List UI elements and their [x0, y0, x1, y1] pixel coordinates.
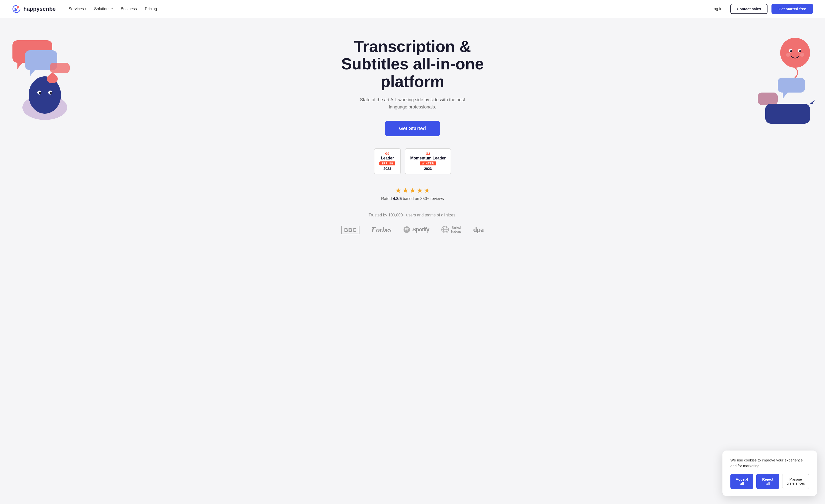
brand-logos: BBC Forbes Spotify [341, 225, 484, 234]
star-4: ★ [417, 186, 423, 194]
g2-leader-badge: G2 Leader SPRING 2023 [374, 148, 401, 174]
spotify-logo: Spotify [403, 226, 429, 233]
nav-solutions[interactable]: Solutions ▾ [91, 5, 116, 13]
svg-point-13 [47, 74, 58, 83]
svg-point-11 [39, 92, 41, 94]
logo-text: happyscribe [23, 6, 56, 12]
svg-point-0 [17, 6, 19, 7]
badge-sub-2: WINTER [420, 161, 436, 165]
svg-marker-26 [810, 99, 815, 104]
cookie-banner: We use cookies to improve your experienc… [723, 450, 817, 496]
svg-point-20 [786, 53, 790, 57]
g2-momentum-badge: G2 Momentum Leader WINTER 2023 [405, 148, 451, 174]
navbar: happyscribe Services ▾ Solutions ▾ Busin… [0, 0, 825, 18]
cookie-message: We use cookies to improve your experienc… [730, 457, 809, 469]
nav-pricing[interactable]: Pricing [142, 5, 160, 13]
svg-point-27 [403, 226, 410, 233]
svg-rect-25 [765, 104, 810, 123]
cookie-buttons: Accept all Reject all Manage preferences [730, 474, 809, 489]
star-1: ★ [395, 186, 401, 194]
united-nations-logo: UnitedNations [441, 226, 461, 234]
svg-point-7 [22, 95, 67, 120]
svg-rect-2 [12, 40, 52, 63]
solutions-chevron-icon: ▾ [111, 7, 113, 10]
nav-links: Services ▾ Solutions ▾ Business Pricing [66, 5, 707, 13]
svg-point-9 [38, 91, 41, 94]
star-2: ★ [402, 186, 408, 194]
hero-decoration-left [10, 33, 80, 123]
svg-point-16 [789, 49, 793, 53]
badge-title-2: Momentum Leader [410, 156, 446, 160]
trusted-text: Trusted by 100,000+ users and teams of a… [341, 213, 484, 218]
g2-label-1: G2 [379, 152, 395, 156]
logo[interactable]: happyscribe [12, 4, 56, 13]
rating-value: 4.8/5 [393, 196, 402, 201]
nav-right: Log in Contact sales Get started free [707, 4, 813, 14]
dpa-logo: dpa [473, 226, 484, 234]
svg-rect-22 [778, 78, 805, 93]
badge-sub-1: SPRING [379, 161, 395, 165]
svg-point-17 [798, 49, 801, 53]
svg-point-14 [49, 73, 55, 79]
rating-text: Rated 4.8/5 based on 850+ reviews [381, 196, 444, 201]
get-started-free-button[interactable]: Get started free [771, 4, 813, 14]
nav-business[interactable]: Business [118, 5, 140, 13]
nav-services[interactable]: Services ▾ [66, 5, 89, 13]
svg-point-8 [29, 76, 61, 114]
star-3: ★ [409, 186, 416, 194]
bbc-logo: BBC [341, 226, 360, 234]
reject-all-button[interactable]: Reject all [756, 474, 779, 489]
svg-point-1 [14, 9, 17, 11]
award-badges: G2 Leader SPRING 2023 G2 Momentum Leader… [374, 148, 451, 174]
forbes-logo: Forbes [371, 225, 392, 234]
svg-point-12 [50, 92, 52, 94]
svg-point-18 [790, 50, 792, 52]
hero-cta-button[interactable]: Get Started [385, 121, 440, 136]
svg-marker-5 [30, 70, 35, 76]
accept-all-button[interactable]: Accept all [730, 474, 753, 489]
svg-marker-3 [17, 63, 22, 69]
hero-section: Transcription & Subtitles all-in-one pla… [0, 18, 825, 264]
hero-subtitle: State of the art A.I. working side by si… [353, 96, 472, 111]
svg-point-15 [780, 38, 810, 68]
star-rating-row: ★ ★ ★ ★ ★★ [381, 186, 444, 194]
badge-year-2: 2023 [424, 167, 432, 171]
svg-marker-23 [783, 93, 788, 99]
star-5: ★★ [424, 186, 430, 194]
services-chevron-icon: ▾ [85, 7, 86, 10]
svg-point-19 [799, 50, 801, 52]
manage-preferences-button[interactable]: Manage preferences [782, 474, 809, 489]
badge-title-1: Leader [381, 156, 394, 160]
svg-rect-24 [758, 93, 778, 105]
trusted-section: Trusted by 100,000+ users and teams of a… [341, 213, 484, 249]
g2-label-2: G2 [410, 152, 446, 156]
svg-point-21 [800, 53, 804, 57]
hero-decoration-right [745, 33, 815, 133]
rating-stars: ★ ★ ★ ★ ★★ Rated 4.8/5 based on 850+ rev… [381, 186, 444, 201]
hero-title: Transcription & Subtitles all-in-one pla… [320, 38, 505, 90]
svg-rect-6 [50, 63, 70, 73]
svg-point-10 [48, 91, 52, 94]
login-button[interactable]: Log in [707, 5, 727, 13]
badge-year-1: 2023 [383, 167, 391, 171]
svg-rect-4 [25, 50, 57, 70]
contact-sales-button[interactable]: Contact sales [730, 4, 768, 14]
